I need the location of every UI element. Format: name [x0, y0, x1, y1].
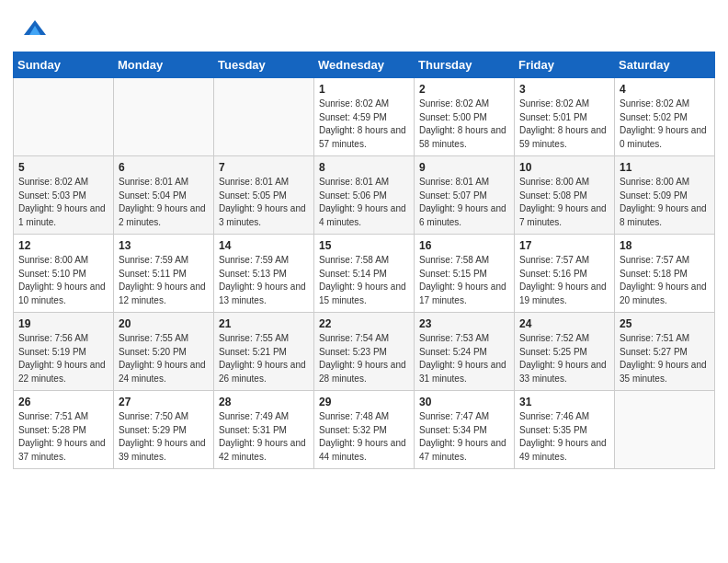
- day-cell: 26Sunrise: 7:51 AM Sunset: 5:28 PM Dayli…: [14, 391, 114, 469]
- week-row-3: 12Sunrise: 8:00 AM Sunset: 5:10 PM Dayli…: [14, 235, 715, 313]
- logo: [22, 17, 51, 42]
- day-info: Sunrise: 7:51 AM Sunset: 5:28 PM Dayligh…: [18, 410, 108, 464]
- day-number: 2: [419, 83, 509, 96]
- day-info: Sunrise: 7:55 AM Sunset: 5:21 PM Dayligh…: [219, 332, 309, 385]
- day-cell: 23Sunrise: 7:53 AM Sunset: 5:24 PM Dayli…: [415, 313, 515, 391]
- day-number: 7: [219, 161, 309, 174]
- day-number: 9: [419, 161, 509, 174]
- logo-icon: [22, 17, 48, 42]
- day-number: 26: [18, 396, 108, 408]
- day-info: Sunrise: 8:02 AM Sunset: 4:59 PM Dayligh…: [319, 98, 409, 151]
- header-day-monday: Monday: [114, 52, 214, 78]
- day-number: 31: [519, 396, 609, 408]
- day-number: 14: [219, 239, 309, 252]
- day-cell: 12Sunrise: 8:00 AM Sunset: 5:10 PM Dayli…: [14, 235, 114, 313]
- day-cell: 18Sunrise: 7:57 AM Sunset: 5:18 PM Dayli…: [615, 235, 715, 313]
- week-row-5: 26Sunrise: 7:51 AM Sunset: 5:28 PM Dayli…: [14, 391, 715, 469]
- day-cell: 25Sunrise: 7:51 AM Sunset: 5:27 PM Dayli…: [615, 313, 715, 391]
- day-cell: 21Sunrise: 7:55 AM Sunset: 5:21 PM Dayli…: [214, 313, 314, 391]
- day-number: 16: [419, 239, 509, 252]
- header-day-tuesday: Tuesday: [214, 52, 314, 78]
- day-number: 21: [219, 317, 309, 330]
- day-info: Sunrise: 8:00 AM Sunset: 5:10 PM Dayligh…: [18, 254, 108, 307]
- day-number: 4: [620, 83, 710, 96]
- day-info: Sunrise: 7:55 AM Sunset: 5:20 PM Dayligh…: [119, 332, 209, 385]
- day-number: 8: [319, 161, 409, 174]
- day-cell: 4Sunrise: 8:02 AM Sunset: 5:02 PM Daylig…: [615, 78, 715, 156]
- day-number: 27: [119, 396, 209, 408]
- day-cell: [615, 391, 715, 469]
- day-info: Sunrise: 7:49 AM Sunset: 5:31 PM Dayligh…: [219, 410, 309, 464]
- header-day-wednesday: Wednesday: [314, 52, 415, 78]
- day-number: 10: [519, 161, 609, 174]
- day-cell: 19Sunrise: 7:56 AM Sunset: 5:19 PM Dayli…: [14, 313, 114, 391]
- calendar-wrap: SundayMondayTuesdayWednesdayThursdayFrid…: [0, 52, 728, 563]
- day-cell: 5Sunrise: 8:02 AM Sunset: 5:03 PM Daylig…: [14, 156, 114, 235]
- week-row-4: 19Sunrise: 7:56 AM Sunset: 5:19 PM Dayli…: [14, 313, 715, 391]
- day-cell: 20Sunrise: 7:55 AM Sunset: 5:20 PM Dayli…: [114, 313, 214, 391]
- day-number: 3: [519, 83, 609, 96]
- day-number: 6: [119, 161, 209, 174]
- day-cell: 14Sunrise: 7:59 AM Sunset: 5:13 PM Dayli…: [214, 235, 314, 313]
- day-cell: 30Sunrise: 7:47 AM Sunset: 5:34 PM Dayli…: [415, 391, 515, 469]
- day-number: 17: [519, 239, 609, 252]
- day-info: Sunrise: 8:02 AM Sunset: 5:02 PM Dayligh…: [620, 98, 710, 151]
- day-info: Sunrise: 7:52 AM Sunset: 5:25 PM Dayligh…: [519, 332, 609, 385]
- day-number: 18: [620, 239, 710, 252]
- day-number: 20: [119, 317, 209, 330]
- day-number: 28: [219, 396, 309, 408]
- day-cell: 17Sunrise: 7:57 AM Sunset: 5:16 PM Dayli…: [515, 235, 615, 313]
- day-info: Sunrise: 7:50 AM Sunset: 5:29 PM Dayligh…: [119, 410, 209, 464]
- day-number: 23: [419, 317, 509, 330]
- day-cell: 11Sunrise: 8:00 AM Sunset: 5:09 PM Dayli…: [615, 156, 715, 235]
- day-cell: 6Sunrise: 8:01 AM Sunset: 5:04 PM Daylig…: [114, 156, 214, 235]
- day-cell: 2Sunrise: 8:02 AM Sunset: 5:00 PM Daylig…: [415, 78, 515, 156]
- day-cell: 22Sunrise: 7:54 AM Sunset: 5:23 PM Dayli…: [314, 313, 415, 391]
- day-number: 15: [319, 239, 409, 252]
- day-cell: 7Sunrise: 8:01 AM Sunset: 5:05 PM Daylig…: [214, 156, 314, 235]
- calendar-table: SundayMondayTuesdayWednesdayThursdayFrid…: [13, 52, 715, 469]
- header-day-saturday: Saturday: [615, 52, 715, 78]
- day-info: Sunrise: 8:02 AM Sunset: 5:01 PM Dayligh…: [519, 98, 609, 151]
- day-info: Sunrise: 7:47 AM Sunset: 5:34 PM Dayligh…: [419, 410, 509, 464]
- day-cell: 1Sunrise: 8:02 AM Sunset: 4:59 PM Daylig…: [314, 78, 415, 156]
- week-row-1: 1Sunrise: 8:02 AM Sunset: 4:59 PM Daylig…: [14, 78, 715, 156]
- day-info: Sunrise: 7:53 AM Sunset: 5:24 PM Dayligh…: [419, 332, 509, 385]
- day-cell: 13Sunrise: 7:59 AM Sunset: 5:11 PM Dayli…: [114, 235, 214, 313]
- day-number: 1: [319, 83, 409, 96]
- day-info: Sunrise: 8:01 AM Sunset: 5:05 PM Dayligh…: [219, 176, 309, 229]
- calendar-header: SundayMondayTuesdayWednesdayThursdayFrid…: [14, 52, 715, 78]
- day-number: 19: [18, 317, 108, 330]
- day-info: Sunrise: 7:51 AM Sunset: 5:27 PM Dayligh…: [620, 332, 710, 385]
- day-number: 25: [620, 317, 710, 330]
- day-cell: 8Sunrise: 8:01 AM Sunset: 5:06 PM Daylig…: [314, 156, 415, 235]
- day-cell: 16Sunrise: 7:58 AM Sunset: 5:15 PM Dayli…: [415, 235, 515, 313]
- day-info: Sunrise: 7:58 AM Sunset: 5:15 PM Dayligh…: [419, 254, 509, 307]
- header: [0, 0, 728, 52]
- day-info: Sunrise: 7:57 AM Sunset: 5:18 PM Dayligh…: [620, 254, 710, 307]
- day-info: Sunrise: 8:01 AM Sunset: 5:07 PM Dayligh…: [419, 176, 509, 229]
- day-cell: 27Sunrise: 7:50 AM Sunset: 5:29 PM Dayli…: [114, 391, 214, 469]
- day-cell: [14, 78, 114, 156]
- day-number: 22: [319, 317, 409, 330]
- day-info: Sunrise: 8:02 AM Sunset: 5:03 PM Dayligh…: [18, 176, 108, 229]
- header-row: SundayMondayTuesdayWednesdayThursdayFrid…: [14, 52, 715, 78]
- day-info: Sunrise: 7:46 AM Sunset: 5:35 PM Dayligh…: [519, 410, 609, 464]
- day-cell: 3Sunrise: 8:02 AM Sunset: 5:01 PM Daylig…: [515, 78, 615, 156]
- day-info: Sunrise: 8:00 AM Sunset: 5:09 PM Dayligh…: [620, 176, 710, 229]
- page: SundayMondayTuesdayWednesdayThursdayFrid…: [0, 0, 728, 563]
- day-cell: 31Sunrise: 7:46 AM Sunset: 5:35 PM Dayli…: [515, 391, 615, 469]
- day-number: 5: [18, 161, 108, 174]
- day-cell: 24Sunrise: 7:52 AM Sunset: 5:25 PM Dayli…: [515, 313, 615, 391]
- day-number: 13: [119, 239, 209, 252]
- day-info: Sunrise: 8:02 AM Sunset: 5:00 PM Dayligh…: [419, 98, 509, 151]
- week-row-2: 5Sunrise: 8:02 AM Sunset: 5:03 PM Daylig…: [14, 156, 715, 235]
- day-info: Sunrise: 7:58 AM Sunset: 5:14 PM Dayligh…: [319, 254, 409, 307]
- day-number: 24: [519, 317, 609, 330]
- header-day-thursday: Thursday: [415, 52, 515, 78]
- day-number: 11: [620, 161, 710, 174]
- day-info: Sunrise: 8:01 AM Sunset: 5:04 PM Dayligh…: [119, 176, 209, 229]
- day-number: 29: [319, 396, 409, 408]
- day-info: Sunrise: 7:48 AM Sunset: 5:32 PM Dayligh…: [319, 410, 409, 464]
- day-info: Sunrise: 7:59 AM Sunset: 5:11 PM Dayligh…: [119, 254, 209, 307]
